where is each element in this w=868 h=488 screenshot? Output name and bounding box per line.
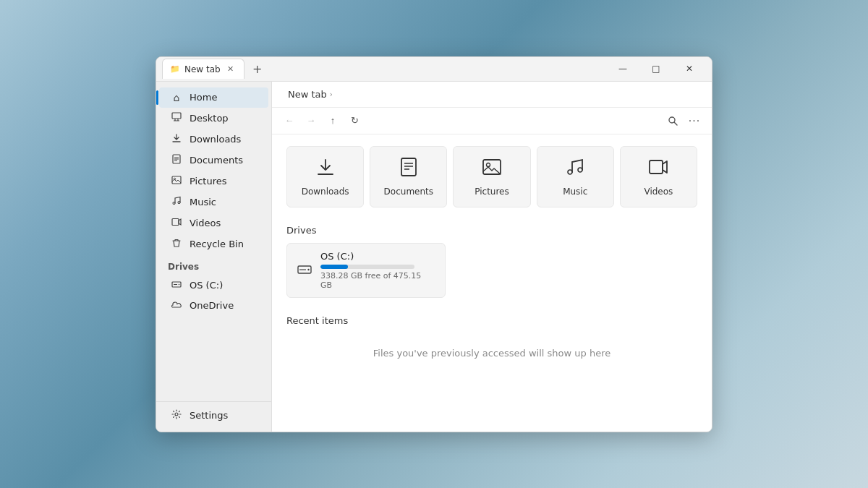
active-tab[interactable]: 📁 New tab ✕ xyxy=(162,59,244,79)
sidebar-item-pictures[interactable]: Pictures xyxy=(159,171,268,192)
sidebar-label-c-drive: OS (C:) xyxy=(190,280,223,291)
sidebar-item-desktop[interactable]: Desktop xyxy=(159,108,268,129)
new-tab-button[interactable]: + xyxy=(247,59,268,79)
settings-icon xyxy=(171,409,182,421)
recycle-bin-icon xyxy=(171,238,182,250)
drive-c-space: 338.28 GB free of 475.15 GB xyxy=(320,271,435,290)
more-options-button[interactable]: ··· xyxy=(684,111,705,131)
quick-label-documents: Documents xyxy=(384,187,433,197)
close-button[interactable]: ✕ xyxy=(673,56,706,81)
drive-c-info: OS (C:) 338.28 GB free of 475.15 GB xyxy=(320,251,435,290)
pictures-icon xyxy=(171,175,182,187)
c-drive-icon xyxy=(171,279,182,291)
sidebar-item-c-drive[interactable]: OS (C:) xyxy=(159,275,268,296)
breadcrumb-text: New tab xyxy=(288,89,327,100)
quick-item-downloads[interactable]: Downloads xyxy=(286,146,364,207)
sidebar-label-recycle-bin: Recycle Bin xyxy=(190,239,244,249)
search-button[interactable] xyxy=(663,111,683,131)
maximize-button[interactable]: □ xyxy=(639,56,673,81)
tab-title: New tab xyxy=(184,64,221,74)
address-bar: New tab › xyxy=(272,82,712,108)
sidebar-label-pictures: Pictures xyxy=(190,176,226,187)
svg-point-17 xyxy=(175,413,178,416)
sidebar-label-onedrive: OneDrive xyxy=(190,300,234,311)
svg-point-31 xyxy=(307,269,309,270)
back-button[interactable]: ← xyxy=(279,111,299,131)
quick-item-videos[interactable]: Videos xyxy=(620,146,697,207)
drive-c-bar-fill xyxy=(320,265,348,269)
quick-label-music: Music xyxy=(563,187,587,197)
quick-music-icon xyxy=(565,157,585,181)
drive-c-icon xyxy=(297,262,312,278)
drive-item-c[interactable]: OS (C:) 338.28 GB free of 475.15 GB xyxy=(286,243,446,298)
home-icon: ⌂ xyxy=(171,92,182,103)
forward-button[interactable]: → xyxy=(301,111,321,131)
documents-icon xyxy=(171,154,182,166)
tab-icon: 📁 xyxy=(170,64,180,74)
quick-item-pictures[interactable]: Pictures xyxy=(453,146,530,207)
svg-point-11 xyxy=(173,202,175,204)
recent-empty-text: Files you've previously accessed will sh… xyxy=(286,333,697,373)
drive-c-name: OS (C:) xyxy=(320,251,435,262)
drives-section-title: Drives xyxy=(286,225,697,236)
breadcrumb-chevron: › xyxy=(330,90,333,98)
sidebar-item-onedrive[interactable]: OneDrive xyxy=(159,296,268,316)
svg-rect-21 xyxy=(401,158,416,176)
svg-rect-0 xyxy=(172,113,181,119)
nav-toolbar: ← → ↑ ↻ ··· xyxy=(272,108,712,134)
sidebar-label-documents: Documents xyxy=(190,155,243,166)
refresh-button[interactable]: ↻ xyxy=(344,111,365,131)
sidebar-label-music: Music xyxy=(190,197,216,207)
sidebar-item-videos[interactable]: Videos xyxy=(159,213,268,234)
content-scroll: Downloads Documents Pictures xyxy=(272,134,712,432)
sidebar-item-downloads[interactable]: Downloads xyxy=(159,129,268,150)
quick-label-downloads: Downloads xyxy=(302,187,349,197)
music-icon xyxy=(171,196,182,208)
sidebar-label-videos: Videos xyxy=(190,218,221,228)
sidebar-label-desktop: Desktop xyxy=(190,113,229,124)
svg-rect-13 xyxy=(172,218,179,225)
tab-close-button[interactable]: ✕ xyxy=(225,64,237,75)
up-button[interactable]: ↑ xyxy=(323,111,343,131)
onedrive-icon xyxy=(171,300,182,312)
minimize-button[interactable]: — xyxy=(606,56,639,81)
downloads-icon xyxy=(171,133,182,145)
sidebar-item-documents[interactable]: Documents xyxy=(159,150,268,171)
drives-section-label: Drives xyxy=(156,254,271,275)
main-layout: ⌂ Home Desktop Downloads Documents xyxy=(156,82,712,432)
desktop-icon xyxy=(171,112,182,124)
titlebar: 📁 New tab ✕ + — □ ✕ xyxy=(156,57,712,82)
quick-access-grid: Downloads Documents Pictures xyxy=(286,146,697,207)
quick-label-pictures: Pictures xyxy=(475,187,509,197)
breadcrumb: New tab › xyxy=(281,86,340,103)
quick-documents-icon xyxy=(399,157,419,181)
sidebar-label-home: Home xyxy=(190,92,217,103)
quick-videos-icon xyxy=(648,157,668,181)
sidebar-label-downloads: Downloads xyxy=(190,134,241,145)
drive-c-bar-bg xyxy=(320,265,414,269)
svg-point-15 xyxy=(179,283,180,285)
sidebar: ⌂ Home Desktop Downloads Documents xyxy=(156,82,272,432)
sidebar-label-settings: Settings xyxy=(190,410,228,421)
quick-item-documents[interactable]: Documents xyxy=(370,146,447,207)
drives-section: Drives OS (C:) 338.28 GB free of 475.15 … xyxy=(286,225,697,298)
videos-icon xyxy=(171,217,182,229)
sidebar-item-music[interactable]: Music xyxy=(159,192,268,213)
svg-rect-29 xyxy=(650,160,663,174)
sidebar-item-recycle-bin[interactable]: Recycle Bin xyxy=(159,234,268,254)
svg-line-19 xyxy=(674,122,677,125)
quick-pictures-icon xyxy=(482,157,502,181)
svg-point-12 xyxy=(178,201,180,203)
sidebar-item-settings[interactable]: Settings xyxy=(159,405,268,426)
quick-downloads-icon xyxy=(315,157,336,181)
sidebar-bottom: Settings xyxy=(156,401,271,426)
svg-point-27 xyxy=(568,170,572,174)
quick-item-music[interactable]: Music xyxy=(537,146,614,207)
recent-section: Recent items Files you've previously acc… xyxy=(286,315,697,373)
sidebar-item-home[interactable]: ⌂ Home xyxy=(159,87,268,108)
tab-area: 📁 New tab ✕ + xyxy=(162,59,606,79)
content-area: New tab › ← → ↑ ↻ ··· xyxy=(272,82,712,432)
svg-point-26 xyxy=(487,163,490,166)
quick-label-videos: Videos xyxy=(644,187,673,197)
explorer-window: 📁 New tab ✕ + — □ ✕ ⌂ Home Desktop xyxy=(156,56,712,432)
